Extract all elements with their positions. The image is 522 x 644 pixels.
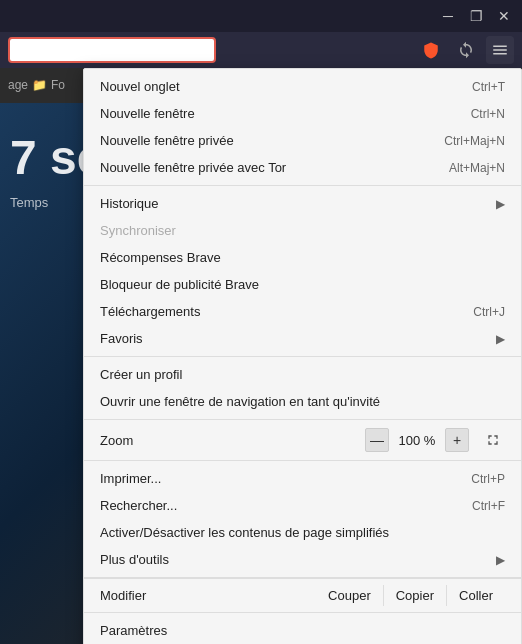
close-button[interactable]: ✕ [490,2,518,30]
zoom-decrease-button[interactable]: — [365,428,389,452]
menu-item-settings[interactable]: Paramètres [84,617,521,644]
dropdown-menu: Nouvel onglet Ctrl+T Nouvelle fenêtre Ct… [83,68,522,644]
menu-item-print[interactable]: Imprimer... Ctrl+P [84,465,521,492]
menu-item-create-profile[interactable]: Créer un profil [84,361,521,388]
cut-button[interactable]: Couper [316,585,383,606]
menu-item-new-private[interactable]: Nouvelle fenêtre privée Ctrl+Maj+N [84,127,521,154]
menu-item-new-window[interactable]: Nouvelle fenêtre Ctrl+N [84,100,521,127]
zoom-value: 100 % [397,433,437,448]
modifier-label: Modifier [100,588,316,603]
paste-button[interactable]: Coller [446,585,505,606]
menu-item-find[interactable]: Rechercher... Ctrl+F [84,492,521,519]
copy-button[interactable]: Copier [383,585,446,606]
nav-folder-icon: 📁 [32,78,47,92]
zoom-fullscreen-button[interactable] [481,428,505,452]
zoom-label: Zoom [100,433,365,448]
menu-item-bookmarks[interactable]: Favoris ▶ [84,325,521,352]
menu-button[interactable] [486,36,514,64]
address-bar [0,32,522,68]
menu-section-new: Nouvel onglet Ctrl+T Nouvelle fenêtre Ct… [84,69,521,186]
zoom-controls: — 100 % + [365,428,505,452]
modifier-buttons: Couper Copier Coller [316,585,505,606]
menu-item-reader-mode[interactable]: Activer/Désactiver les contenus de page … [84,519,521,546]
address-input-wrap [8,37,446,63]
menu-item-sync: Synchroniser [84,217,521,244]
menu-section-settings: Paramètres Signaler une panne du site À … [84,613,521,644]
title-bar: ─ ❐ ✕ [0,0,522,32]
menu-item-new-tor[interactable]: Nouvelle fenêtre privée avec Tor Alt+Maj… [84,154,521,181]
brave-shield-icon[interactable] [422,41,440,59]
menu-item-more-tools[interactable]: Plus d'outils ▶ [84,546,521,573]
nav-folder: Fo [51,78,65,92]
zoom-row: Zoom — 100 % + [84,424,521,456]
sync-icon[interactable] [452,36,480,64]
menu-item-new-tab[interactable]: Nouvel onglet Ctrl+T [84,73,521,100]
menu-section-zoom: Zoom — 100 % + [84,420,521,461]
nav-voyage: age [8,78,28,92]
modifier-row: Modifier Couper Copier Coller [84,578,521,613]
menu-item-rewards[interactable]: Récompenses Brave [84,244,521,271]
minimize-button[interactable]: ─ [434,2,462,30]
address-input[interactable] [8,37,216,63]
menu-item-downloads[interactable]: Téléchargements Ctrl+J [84,298,521,325]
menu-section-tools: Imprimer... Ctrl+P Rechercher... Ctrl+F … [84,461,521,578]
page-sub-label: Temps [10,195,48,210]
menu-item-guest-window[interactable]: Ouvrir une fenêtre de navigation en tant… [84,388,521,415]
restore-button[interactable]: ❐ [462,2,490,30]
zoom-increase-button[interactable]: + [445,428,469,452]
menu-item-ad-blocker[interactable]: Bloqueur de publicité Brave [84,271,521,298]
menu-section-profile: Créer un profil Ouvrir une fenêtre de na… [84,357,521,420]
nav-bar: age 📁 Fo [0,67,73,103]
menu-item-history[interactable]: Historique ▶ [84,190,521,217]
menu-section-history: Historique ▶ Synchroniser Récompenses Br… [84,186,521,357]
